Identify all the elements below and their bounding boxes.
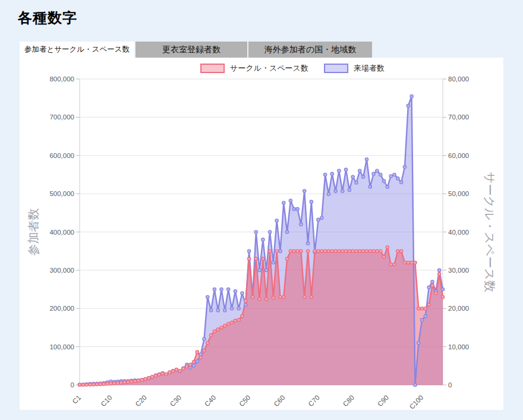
visitors-point: [227, 288, 230, 290]
visitors-point: [320, 216, 323, 219]
spaces-point: [313, 250, 316, 252]
x-axis-tick-label: C60: [272, 394, 286, 408]
spaces-point: [144, 378, 147, 381]
spaces-point: [168, 371, 171, 374]
visitors-point: [376, 169, 379, 172]
spaces-point: [362, 250, 365, 252]
x-axis-tick-label: C80: [342, 394, 355, 408]
visitors-point: [407, 104, 409, 107]
spaces-point: [330, 250, 333, 252]
spaces-point: [134, 380, 137, 383]
spaces-point: [279, 295, 282, 298]
spaces-point: [338, 250, 341, 252]
visitors-point: [427, 286, 430, 289]
spaces-point: [137, 379, 140, 382]
visitors-point: [300, 223, 303, 226]
spaces-point: [372, 250, 375, 252]
visitors-point: [210, 309, 213, 312]
right-axis-tick-label: 80,000: [448, 75, 469, 83]
x-axis-tick-label: C50: [238, 394, 251, 408]
spaces-point: [157, 373, 160, 376]
left-axis-tick-label: 300,000: [49, 267, 74, 274]
tab-1[interactable]: 参加者とサークル・スペース数: [20, 42, 134, 58]
visitors-point: [241, 292, 244, 295]
right-axis-tick-label: 50,000: [448, 190, 469, 197]
visitors-point: [438, 269, 441, 271]
visitors-point: [338, 169, 341, 172]
spaces-point: [438, 273, 441, 276]
visitors-point: [334, 190, 337, 192]
visitors-point: [199, 353, 202, 356]
x-axis-tick-label: C1: [71, 394, 83, 405]
visitors-point: [292, 207, 295, 210]
spaces-point: [140, 378, 143, 381]
spaces-point: [334, 250, 337, 252]
x-axis-tick-label: C10: [99, 394, 113, 408]
spaces-point: [427, 303, 430, 306]
spaces-point: [113, 382, 116, 385]
visitors-point: [372, 172, 375, 175]
spaces-point: [365, 250, 368, 252]
spaces-point: [254, 257, 257, 260]
right-axis-tick-label: 10,000: [448, 343, 469, 350]
spaces-point: [268, 250, 271, 252]
visitors-point: [203, 337, 206, 340]
spaces-point: [175, 368, 178, 371]
visitors-point: [362, 175, 365, 178]
x-axis-tick-label: C20: [134, 394, 148, 408]
spaces-point: [289, 250, 292, 252]
spaces-point: [407, 261, 409, 264]
visitors-point: [265, 269, 268, 271]
spaces-point: [317, 250, 320, 252]
page-title: 各種数字: [18, 8, 77, 27]
visitors-point: [400, 181, 403, 184]
spaces-point: [130, 380, 133, 383]
visitors-point: [348, 188, 351, 191]
right-axis-tick-label: 30,000: [448, 267, 469, 274]
spaces-point: [410, 261, 413, 264]
spaces-point: [199, 356, 202, 359]
spaces-point: [434, 292, 437, 295]
visitors-point: [306, 242, 309, 245]
spaces-point: [216, 328, 219, 331]
spaces-point: [286, 257, 289, 260]
visitors-point: [414, 383, 417, 386]
spaces-point: [417, 307, 420, 310]
spaces-point: [382, 255, 385, 258]
spaces-point: [355, 250, 358, 252]
visitors-point: [303, 190, 306, 192]
spaces-point: [106, 382, 109, 385]
spaces-point: [147, 377, 150, 380]
right-axis-tick-label: 0: [448, 381, 452, 389]
visitors-point: [237, 307, 240, 310]
spaces-point: [213, 330, 216, 333]
visitors-point: [386, 185, 389, 188]
spaces-point: [234, 319, 237, 322]
spaces-point: [414, 261, 417, 264]
left-axis-tick-label: 700,000: [49, 113, 74, 121]
spaces-point: [237, 318, 240, 321]
spaces-point: [230, 321, 233, 324]
spaces-point: [403, 261, 406, 264]
spaces-point: [178, 370, 181, 372]
visitors-point: [358, 169, 361, 172]
right-axis-tick-label: 40,000: [448, 229, 469, 236]
spaces-point: [389, 263, 392, 266]
visitors-point: [365, 158, 368, 161]
spaces-point: [296, 250, 299, 252]
spaces-point: [320, 250, 323, 252]
spaces-point: [192, 361, 195, 364]
visitors-point: [324, 173, 327, 176]
tab-3[interactable]: 海外参加者の国・地域数: [248, 42, 372, 58]
left-axis-tick-label: 100,000: [49, 343, 74, 350]
right-axis-title: サークル・スペース数: [483, 172, 496, 292]
spaces-point: [154, 374, 157, 377]
spaces-point: [161, 372, 164, 375]
spaces-point: [119, 381, 122, 384]
spaces-point: [327, 250, 330, 252]
right-axis-tick-label: 70,000: [448, 113, 469, 121]
visitors-point: [344, 168, 347, 171]
spaces-point: [85, 383, 88, 386]
spaces-point: [351, 250, 354, 252]
tab-2[interactable]: 更衣室登録者数: [136, 42, 247, 58]
